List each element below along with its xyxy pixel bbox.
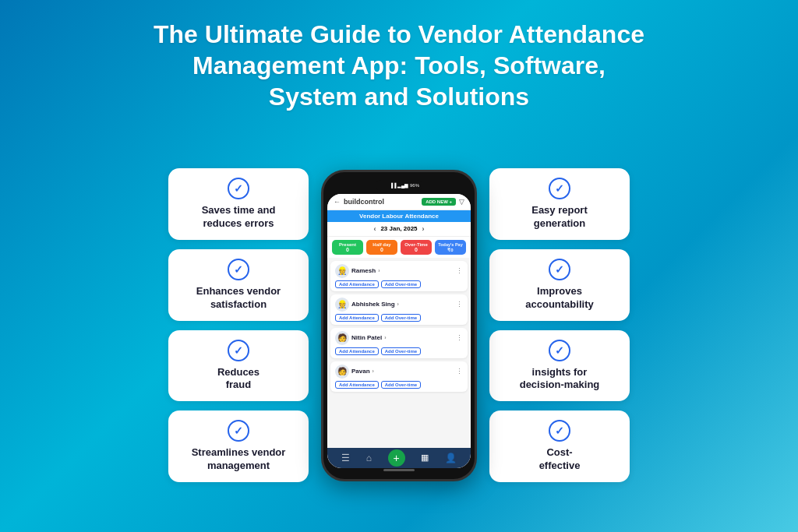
- feature-label-accountability: Improvesaccountability: [525, 285, 593, 312]
- filter-icon[interactable]: ▽: [459, 198, 464, 206]
- check-icon-streamlines: [228, 420, 249, 442]
- menu-nav-icon[interactable]: ☰: [341, 453, 350, 463]
- check-icon-accountability: [549, 259, 570, 280]
- menu-dots-pavan[interactable]: ⋮: [456, 368, 463, 375]
- worker-card-ramesh: 👷 Ramesh › ⋮ Add Attendance Add Over-tim…: [330, 261, 468, 291]
- app-name-label: buildcontrol: [344, 198, 384, 206]
- worker-actions-abhishek: Add Attendance Add Over-time: [335, 314, 463, 322]
- check-icon-saves-time: [228, 178, 249, 199]
- menu-dots-abhishek[interactable]: ⋮: [456, 301, 463, 308]
- chevron-nitin: ›: [384, 335, 386, 340]
- page-title: The Ultimate Guide to Vendor Attendance …: [154, 19, 644, 112]
- feature-label-saves-time: Saves time andreduces errors: [202, 204, 276, 231]
- worker-card-abhishek: 👷 Abhishek Sing › ⋮ Add Attendance Add O…: [330, 294, 468, 325]
- worker-name-row-nitin: 🧑 Nitin Patel › ⋮: [335, 331, 463, 345]
- feature-card-reduces-fraud: Reducesfraud: [168, 330, 309, 402]
- menu-dots-nitin[interactable]: ⋮: [456, 334, 463, 342]
- check-icon-enhances-vendor: [228, 259, 249, 280]
- avatar-pavan: 🧑: [335, 365, 349, 379]
- stat-overtime: Over-Time 0: [401, 240, 432, 255]
- profile-nav-icon[interactable]: 👤: [445, 453, 457, 463]
- date-navigation: ‹ 23 Jan, 2025 ›: [327, 222, 471, 237]
- feature-label-streamlines: Streamlines vendormanagement: [192, 446, 286, 473]
- chevron-abhishek: ›: [397, 301, 399, 307]
- feature-card-saves-time: Saves time andreduces errors: [168, 168, 309, 240]
- check-icon-reduces-fraud: [228, 340, 249, 361]
- worker-name-nitin: 🧑 Nitin Patel ›: [335, 331, 386, 345]
- prev-date-button[interactable]: ‹: [373, 225, 376, 233]
- right-features: Easy reportgeneration Improvesaccountabi…: [489, 168, 630, 482]
- worker-name-row-ramesh: 👷 Ramesh › ⋮: [335, 264, 463, 278]
- phone-mockup: ▐▐ ▂▄▆ 96% ← buildcontrol ADD NEW + ▽: [321, 170, 477, 481]
- check-icon-cost-effective: [549, 420, 570, 442]
- app-header-left: ← buildcontrol: [334, 198, 384, 206]
- list-nav-icon[interactable]: ▦: [421, 453, 429, 463]
- feature-card-insights: insights fordecision-making: [489, 330, 630, 402]
- back-arrow-icon: ←: [334, 198, 341, 206]
- add-overtime-pavan[interactable]: Add Over-time: [381, 381, 421, 389]
- home-nav-icon[interactable]: ⌂: [366, 453, 372, 463]
- feature-card-easy-report: Easy reportgeneration: [489, 168, 630, 240]
- worker-actions-pavan: Add Attendance Add Over-time: [335, 381, 463, 389]
- add-attendance-ramesh[interactable]: Add Attendance: [335, 280, 379, 288]
- avatar-ramesh: 👷: [335, 264, 349, 278]
- worker-name-row-pavan: 🧑 Pavan › ⋮: [335, 365, 463, 379]
- feature-label-cost-effective: Cost-effective: [539, 446, 581, 473]
- feature-card-accountability: Improvesaccountability: [489, 249, 630, 321]
- add-attendance-nitin[interactable]: Add Attendance: [335, 347, 379, 355]
- feature-card-cost-effective: Cost-effective: [489, 410, 630, 482]
- left-features: Saves time andreduces errors Enhances ve…: [168, 168, 309, 482]
- current-date: 23 Jan, 2025: [380, 225, 417, 232]
- worker-name-pavan: 🧑 Pavan ›: [335, 365, 374, 379]
- worker-name-abhishek: 👷 Abhishek Sing ›: [335, 298, 399, 312]
- next-date-button[interactable]: ›: [422, 225, 425, 233]
- bottom-nav: ☰ ⌂ + ▦ 👤: [327, 448, 471, 468]
- fab-add-button[interactable]: +: [388, 449, 405, 467]
- worker-actions-nitin: Add Attendance Add Over-time: [335, 347, 463, 355]
- stat-present: Present 0: [332, 240, 363, 255]
- feature-label-reduces-fraud: Reducesfraud: [217, 366, 260, 393]
- feature-label-enhances-vendor: Enhances vendorsatisfaction: [196, 285, 281, 312]
- stat-today-pay: Today's Pay ₹0: [435, 240, 466, 255]
- worker-actions-ramesh: Add Attendance Add Over-time: [335, 280, 463, 288]
- menu-dots-ramesh[interactable]: ⋮: [456, 267, 463, 275]
- add-attendance-pavan[interactable]: Add Attendance: [335, 381, 379, 389]
- phone-status-bar: ▐▐ ▂▄▆ 96%: [376, 180, 422, 191]
- content-area: Saves time andreduces errors Enhances ve…: [25, 131, 773, 520]
- chevron-pavan: ›: [373, 368, 374, 374]
- app-header: ← buildcontrol ADD NEW + ▽: [327, 194, 471, 210]
- feature-card-enhances-vendor: Enhances vendorsatisfaction: [168, 249, 309, 321]
- screen-title-bar: Vendor Labour Attendance: [327, 210, 471, 222]
- worker-name-ramesh: 👷 Ramesh ›: [335, 264, 380, 278]
- add-overtime-ramesh[interactable]: Add Over-time: [381, 280, 421, 288]
- phone-device: ▐▐ ▂▄▆ 96% ← buildcontrol ADD NEW + ▽: [321, 170, 477, 481]
- chevron-ramesh: ›: [378, 268, 380, 273]
- feature-card-streamlines: Streamlines vendormanagement: [168, 410, 309, 482]
- check-icon-easy-report: [549, 178, 570, 199]
- phone-screen: ← buildcontrol ADD NEW + ▽ Vendor Labour…: [327, 194, 471, 468]
- home-indicator: [383, 469, 415, 471]
- avatar-nitin: 🧑: [335, 331, 349, 345]
- add-attendance-abhishek[interactable]: Add Attendance: [335, 314, 379, 322]
- add-overtime-abhishek[interactable]: Add Over-time: [381, 314, 421, 322]
- phone-home-bar: [327, 468, 471, 473]
- worker-list: 👷 Ramesh › ⋮ Add Attendance Add Over-tim…: [327, 258, 471, 448]
- add-new-button[interactable]: ADD NEW +: [422, 198, 456, 206]
- check-icon-insights: [549, 340, 570, 361]
- worker-card-nitin: 🧑 Nitin Patel › ⋮ Add Attendance Add Ove…: [330, 328, 468, 358]
- feature-label-easy-report: Easy reportgeneration: [531, 204, 588, 231]
- worker-name-row-abhishek: 👷 Abhishek Sing › ⋮: [335, 298, 463, 312]
- feature-label-insights: insights fordecision-making: [520, 366, 600, 393]
- avatar-abhishek: 👷: [335, 298, 349, 312]
- stats-row: Present 0 Half day 0 Over-Time 0 Today's…: [327, 237, 471, 258]
- worker-card-pavan: 🧑 Pavan › ⋮ Add Attendance Add Over-time: [330, 361, 468, 392]
- add-overtime-nitin[interactable]: Add Over-time: [381, 347, 421, 355]
- stat-halfday: Half day 0: [366, 240, 397, 255]
